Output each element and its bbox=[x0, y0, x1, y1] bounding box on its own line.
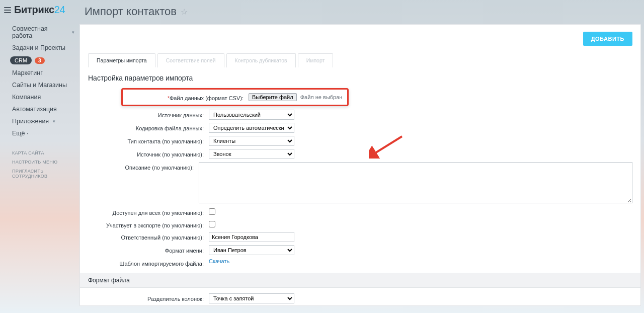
row-in-export: Участвует в экспорте (по умолчанию): bbox=[80, 218, 640, 230]
file-row-highlight: *Файл данных (формат CSV): Выберите файл… bbox=[121, 88, 349, 106]
name-format-label: Формат имени: bbox=[88, 245, 209, 254]
row-description: Описание (по умолчанию): bbox=[80, 161, 640, 206]
chevron-down-icon: ▾ bbox=[72, 30, 74, 35]
hamburger-icon[interactable] bbox=[4, 7, 11, 13]
crm-count-badge: 3 bbox=[35, 57, 45, 64]
nav-item-more[interactable]: Ещё · bbox=[0, 127, 79, 139]
available-all-label: Доступен для всех (по умолчанию): bbox=[88, 207, 209, 216]
nav-item-automation[interactable]: Автоматизация bbox=[0, 103, 79, 115]
file-status: Файл не выбран bbox=[300, 94, 343, 100]
row-encoding: Кодировка файла данных: Определить автом… bbox=[80, 121, 640, 134]
available-all-checkbox[interactable] bbox=[209, 208, 215, 215]
panel-top: ДОБАВИТЬ bbox=[80, 25, 640, 53]
row-source: Источник данных: Пользовательский bbox=[80, 108, 640, 121]
nav-small: КАРТА САЙТА НАСТРОИТЬ МЕНЮ ПРИГЛАСИТЬ СО… bbox=[0, 148, 79, 181]
encoding-select[interactable]: Определить автоматически bbox=[209, 123, 294, 133]
source-label: Источник данных: bbox=[88, 110, 209, 119]
row-responsible: Ответственный (по умолчанию): bbox=[80, 230, 640, 244]
main: Импорт контактов ☆ ДОБАВИТЬ Параметры им… bbox=[79, 0, 644, 313]
add-button[interactable]: ДОБАВИТЬ bbox=[583, 32, 632, 46]
row-name-format: Формат имени: Иван Петров bbox=[80, 244, 640, 257]
section-file-format: Формат файла bbox=[80, 273, 640, 288]
tabs: Параметры импорта Соответствие полей Кон… bbox=[80, 53, 640, 67]
nav-small-configure[interactable]: НАСТРОИТЬ МЕНЮ bbox=[0, 158, 79, 167]
content-panel: ДОБАВИТЬ Параметры импорта Соответствие … bbox=[79, 24, 641, 306]
nav-item-marketing[interactable]: Маркетинг bbox=[0, 67, 79, 79]
nav-item-sites[interactable]: Сайты и Магазины bbox=[0, 79, 79, 91]
star-icon[interactable]: ☆ bbox=[181, 7, 188, 17]
tab-field-mapping[interactable]: Соответствие полей bbox=[157, 53, 224, 67]
page-title: Импорт контактов bbox=[85, 5, 177, 18]
logo-text: Битрикс24 bbox=[14, 4, 65, 16]
row-default-source: Источник (по умолчанию): Звонок bbox=[80, 147, 640, 161]
responsible-input[interactable] bbox=[209, 232, 294, 242]
chevron-down-icon: ▾ bbox=[53, 119, 55, 124]
tab-import-params[interactable]: Параметры импорта bbox=[88, 53, 155, 67]
default-source-label: Источник (по умолчанию): bbox=[88, 149, 209, 158]
template-label: Шаблон импортируемого файла: bbox=[88, 258, 209, 267]
default-source-select[interactable]: Звонок bbox=[209, 149, 294, 159]
tab-duplicates[interactable]: Контроль дубликатов bbox=[226, 53, 296, 67]
nav-item-tasks[interactable]: Задачи и Проекты bbox=[0, 42, 79, 54]
logo: Битрикс24 bbox=[0, 4, 79, 23]
separator-select[interactable]: Точка с запятой bbox=[209, 293, 294, 303]
content-wrap: Настройка параметров импорта *Файл данны… bbox=[80, 67, 640, 306]
row-available-all: Доступен для всех (по умолчанию): bbox=[80, 206, 640, 218]
nav-small-invite[interactable]: ПРИГЛАСИТЬ СОТРУДНИКОВ bbox=[0, 167, 79, 181]
separator-label: Разделитель колонок: bbox=[88, 293, 209, 302]
nav-item-company[interactable]: Компания bbox=[0, 91, 79, 103]
sidebar: Битрикс24 Совместная работа▾ Задачи и Пр… bbox=[0, 0, 79, 313]
in-export-checkbox[interactable] bbox=[209, 221, 215, 227]
row-template: Шаблон импортируемого файла: Скачать bbox=[80, 257, 640, 269]
file-label: *Файл данных (формат CSV): bbox=[128, 93, 249, 102]
section-title: Настройка параметров импорта bbox=[80, 67, 640, 87]
tab-import[interactable]: Импорт bbox=[298, 53, 334, 67]
download-template-link[interactable]: Скачать bbox=[209, 258, 229, 264]
description-textarea[interactable] bbox=[199, 162, 632, 203]
choose-file-button[interactable]: Выберите файл bbox=[249, 93, 297, 101]
responsible-label: Ответственный (по умолчанию): bbox=[88, 232, 209, 241]
row-contact-type: Тип контакта (по умолчанию): Клиенты bbox=[80, 134, 640, 147]
nav-item-crm[interactable]: CRM3 bbox=[0, 54, 79, 67]
contact-type-select[interactable]: Клиенты bbox=[209, 136, 294, 146]
description-label: Описание (по умолчанию): bbox=[88, 162, 199, 171]
nav-small-sitemap[interactable]: КАРТА САЙТА bbox=[0, 148, 79, 158]
name-format-select[interactable]: Иван Петров bbox=[209, 245, 294, 255]
nav-item-apps[interactable]: Приложения▾ bbox=[0, 115, 79, 127]
title-bar: Импорт контактов ☆ bbox=[79, 0, 644, 24]
in-export-label: Участвует в экспорте (по умолчанию): bbox=[88, 220, 209, 229]
nav-main: Совместная работа▾ Задачи и Проекты CRM3… bbox=[0, 23, 79, 139]
row-first-row: Первая строка содержит заголовки: bbox=[80, 305, 640, 306]
row-separator: Разделитель колонок: Точка с запятой bbox=[80, 292, 640, 305]
source-select[interactable]: Пользовательский bbox=[209, 110, 294, 120]
file-field: Выберите файл Файл не выбран bbox=[249, 93, 342, 101]
nav-item-collab[interactable]: Совместная работа▾ bbox=[0, 23, 79, 42]
contact-type-label: Тип контакта (по умолчанию): bbox=[88, 136, 209, 145]
encoding-label: Кодировка файла данных: bbox=[88, 123, 209, 132]
